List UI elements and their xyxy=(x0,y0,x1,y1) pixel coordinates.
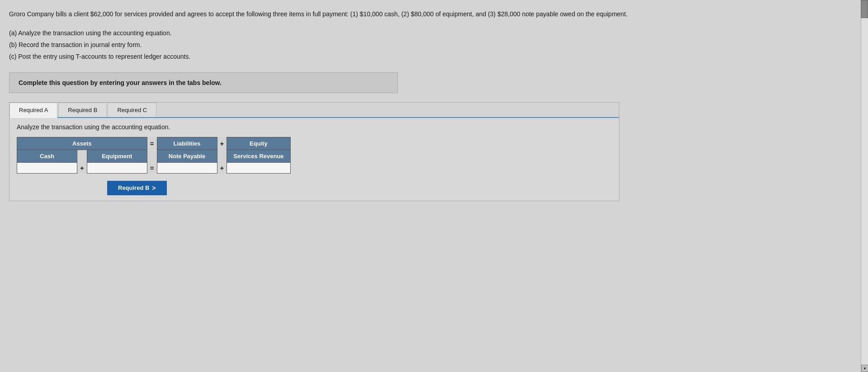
plus-operator-input: + xyxy=(77,162,87,173)
part-b: (b) Record the transaction in journal en… xyxy=(9,40,854,51)
eq-header-row: Assets = Liabilities + Equity xyxy=(17,137,291,150)
tabs-container: Required A Required B Required C Analyze… xyxy=(9,102,619,201)
eq-sub-header-row: Cash Equipment Note Payable Services Rev… xyxy=(17,150,291,162)
required-b-button[interactable]: Required B > xyxy=(107,181,167,195)
required-b-label: Required B xyxy=(118,184,149,191)
tabs-header: Required A Required B Required C xyxy=(9,103,619,118)
scrollbar[interactable]: ▲ ▼ xyxy=(861,0,868,372)
equity-header: Equity xyxy=(227,137,290,150)
liabilities-header: Liabilities xyxy=(157,137,217,150)
tab-content-required-a: Analyze the transaction using the accoun… xyxy=(9,118,619,201)
plus-operator-2 xyxy=(217,150,227,162)
equipment-sub-header: Equipment xyxy=(87,150,147,162)
note-payable-sub-header: Note Payable xyxy=(157,150,217,162)
tab-required-b[interactable]: Required B xyxy=(58,103,107,117)
equals-operator: = xyxy=(147,137,157,150)
page-wrapper: Groro Company bills a client $62,000 for… xyxy=(0,0,868,372)
analyze-instruction: Analyze the transaction using the accoun… xyxy=(17,123,612,131)
eq-input-row: + = + xyxy=(17,162,291,173)
plus-operator-input-2: + xyxy=(217,162,227,173)
plus-operator-1: + xyxy=(217,137,227,150)
part-a: (a) Analyze the transaction using the ac… xyxy=(9,28,854,39)
complete-box-text: Complete this question by entering your … xyxy=(19,79,222,86)
note-payable-input-cell[interactable] xyxy=(157,162,217,173)
services-revenue-input-cell[interactable] xyxy=(227,162,290,173)
equipment-input[interactable] xyxy=(90,165,144,171)
services-revenue-input[interactable] xyxy=(231,165,286,171)
tab-required-c[interactable]: Required C xyxy=(108,103,156,117)
required-b-arrow: > xyxy=(152,184,156,192)
part-c: (c) Post the entry using T-accounts to r… xyxy=(9,52,854,62)
equals-operator-2 xyxy=(147,150,157,162)
question-parts: (a) Analyze the transaction using the ac… xyxy=(9,27,854,63)
scrollbar-arrow-down[interactable]: ▼ xyxy=(861,365,868,372)
accounting-equation-table: Assets = Liabilities + Equity Cash Equip… xyxy=(17,137,291,174)
scrollbar-thumb[interactable] xyxy=(861,0,868,18)
cash-sub-header: Cash xyxy=(17,150,77,162)
cash-input-cell[interactable] xyxy=(17,162,77,173)
tab-required-a[interactable]: Required A xyxy=(9,103,57,118)
note-payable-input[interactable] xyxy=(160,165,214,171)
equipment-input-cell[interactable] xyxy=(87,162,147,173)
intro-text: Groro Company bills a client $62,000 for… xyxy=(9,9,642,19)
services-revenue-sub-header: Services Revenue xyxy=(227,150,290,162)
assets-header: Assets xyxy=(17,137,147,150)
cash-input[interactable] xyxy=(20,165,74,171)
complete-box: Complete this question by entering your … xyxy=(9,72,398,93)
equals-operator-input: = xyxy=(147,162,157,173)
bottom-section: Required B > xyxy=(17,174,612,195)
plus-operator-assets xyxy=(77,150,87,162)
